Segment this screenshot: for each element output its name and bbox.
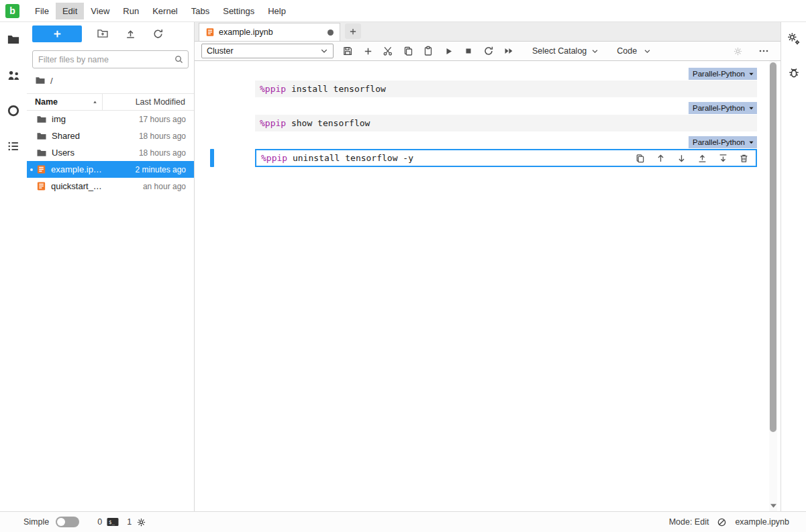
move-cell-up-button[interactable]	[655, 152, 666, 164]
new-launcher-button[interactable]	[32, 25, 82, 42]
refresh-icon[interactable]	[148, 25, 168, 42]
main-dock-panel: example.ipynb Cluster	[195, 22, 780, 511]
chevron-down-icon	[748, 140, 754, 146]
notebook-cell-3-active[interactable]: Parallel-Python %ppip uninstall tensorfl…	[255, 136, 757, 167]
new-folder-icon[interactable]	[93, 25, 113, 42]
name-column-label: Name	[35, 97, 58, 107]
cut-cells-button[interactable]	[378, 42, 398, 60]
menu-view[interactable]: View	[84, 3, 116, 19]
hub-icon[interactable]	[5, 67, 21, 83]
status-bar: Simple 0 $_ 1 Mode: Edit example.ipynb	[0, 511, 806, 532]
paste-cells-button[interactable]	[418, 42, 438, 60]
insert-cell-below-button[interactable]	[717, 152, 729, 164]
save-button[interactable]	[338, 42, 358, 60]
terminal-icon[interactable]: $_	[107, 517, 119, 527]
notebook-icon	[205, 28, 215, 37]
right-activity-bar	[780, 22, 806, 511]
menu-file[interactable]: File	[28, 3, 56, 19]
scroll-down-arrow[interactable]	[769, 504, 777, 508]
copy-cells-button[interactable]	[398, 42, 418, 60]
notebook-cell-2[interactable]: Parallel-Python %ppip show tensorflow	[255, 102, 757, 131]
code-text: install tensorflow	[286, 84, 386, 94]
delete-cell-button[interactable]	[738, 152, 750, 164]
terminals-count[interactable]: 0	[97, 517, 102, 527]
app-logo[interactable]: b	[5, 4, 19, 18]
cell-type-select-value: Code	[617, 46, 637, 56]
current-file-label[interactable]: example.ipynb	[735, 517, 789, 527]
tab-bar: example.ipynb	[195, 22, 780, 42]
insert-cell-button[interactable]	[358, 42, 378, 60]
restart-kernel-button[interactable]	[478, 42, 499, 60]
kernel-sessions-icon[interactable]	[136, 517, 146, 527]
debugger-icon[interactable]	[786, 64, 802, 81]
duplicate-cell-button[interactable]	[634, 152, 646, 164]
file-browser-icon[interactable]	[5, 32, 21, 48]
column-header-modified[interactable]: Last Modified	[102, 94, 194, 110]
property-inspector-icon[interactable]	[786, 30, 802, 46]
menu-kernel[interactable]: Kernel	[146, 3, 185, 19]
toolbar-settings-icon	[733, 46, 743, 56]
cell-kernel-select[interactable]: Parallel-Python	[689, 102, 757, 114]
folder-icon	[36, 131, 47, 142]
menu-edit[interactable]: Edit	[56, 3, 84, 19]
file-browser-panel: / Name Last Modified img 17 hours ago Sh…	[27, 22, 195, 511]
menu-run[interactable]: Run	[116, 3, 146, 19]
svg-text:$_: $_	[109, 519, 115, 525]
magic-command: %ppip	[261, 153, 287, 163]
file-row-quickstart[interactable]: quickstart_… an hour ago	[27, 178, 194, 195]
menu-help[interactable]: Help	[261, 3, 293, 19]
kernels-count[interactable]: 1	[127, 517, 132, 527]
file-row-img[interactable]: img 17 hours ago	[27, 111, 194, 127]
file-list-header: Name Last Modified	[27, 93, 194, 111]
restart-run-all-button[interactable]	[499, 42, 519, 60]
home-folder-icon[interactable]	[35, 75, 46, 86]
cell-kernel-select[interactable]: Parallel-Python	[689, 68, 757, 80]
mode-indicator[interactable]: Mode: Edit	[669, 517, 709, 527]
menu-settings[interactable]: Settings	[216, 3, 261, 19]
run-button[interactable]	[438, 42, 458, 60]
move-cell-down-button[interactable]	[676, 152, 687, 164]
cell-input[interactable]: %ppip install tensorflow	[255, 81, 757, 97]
insert-cell-above-button[interactable]	[697, 152, 708, 164]
interrupt-kernel-button[interactable]	[458, 42, 478, 60]
notebook-cell-1[interactable]: Parallel-Python %ppip install tensorflow	[255, 68, 757, 97]
file-row-users[interactable]: Users 18 hours ago	[27, 144, 194, 161]
kernel-status-icon[interactable]	[717, 517, 727, 527]
vertical-scrollbar[interactable]	[769, 61, 777, 511]
table-of-contents-icon[interactable]	[5, 138, 21, 154]
file-row-shared[interactable]: Shared 18 hours ago	[27, 127, 194, 144]
upload-icon[interactable]	[120, 25, 140, 42]
tab-example-ipynb[interactable]: example.ipynb	[199, 23, 340, 41]
file-list: img 17 hours ago Shared 18 hours ago Use…	[27, 111, 194, 195]
column-header-name[interactable]: Name	[27, 94, 102, 110]
menu-bar: b File Edit View Run Kernel Tabs Setting…	[0, 0, 806, 22]
file-row-example-ipynb[interactable]: example.ip… 2 minutes ago	[27, 161, 194, 178]
cell-input[interactable]: %ppip show tensorflow	[255, 115, 757, 131]
code-text: uninstall tensorflow -y	[287, 153, 413, 163]
running-sessions-icon[interactable]	[5, 103, 21, 119]
unsaved-changes-indicator[interactable]	[328, 30, 334, 36]
toggle-knob	[57, 518, 65, 526]
simple-mode-label: Simple	[23, 517, 49, 527]
chevron-down-icon	[591, 48, 599, 55]
notebook-icon	[36, 181, 46, 191]
notebook-toolbar: Cluster	[195, 42, 780, 61]
scrollbar-thumb[interactable]	[770, 62, 776, 432]
simple-mode-toggle[interactable]	[56, 517, 79, 527]
more-commands-button[interactable]	[754, 42, 774, 60]
cell-type-select[interactable]: Code	[617, 44, 651, 58]
active-cell-indicator[interactable]	[210, 149, 214, 167]
cell-kernel-select[interactable]: Parallel-Python	[689, 136, 757, 148]
menu-tabs[interactable]: Tabs	[185, 3, 216, 19]
cell-input[interactable]: %ppip uninstall tensorflow -y	[255, 149, 757, 167]
catalog-select[interactable]: Select Catalog	[532, 44, 599, 58]
cell-toolbar	[634, 152, 750, 164]
breadcrumb[interactable]: /	[35, 73, 53, 88]
modified-dot	[30, 168, 33, 171]
notebook-icon	[36, 164, 46, 174]
filter-files-input[interactable]	[32, 50, 189, 68]
new-tab-button[interactable]	[345, 23, 361, 39]
cluster-select[interactable]: Cluster	[201, 44, 334, 58]
breadcrumb-root[interactable]: /	[50, 76, 53, 86]
chevron-down-icon	[320, 47, 328, 55]
